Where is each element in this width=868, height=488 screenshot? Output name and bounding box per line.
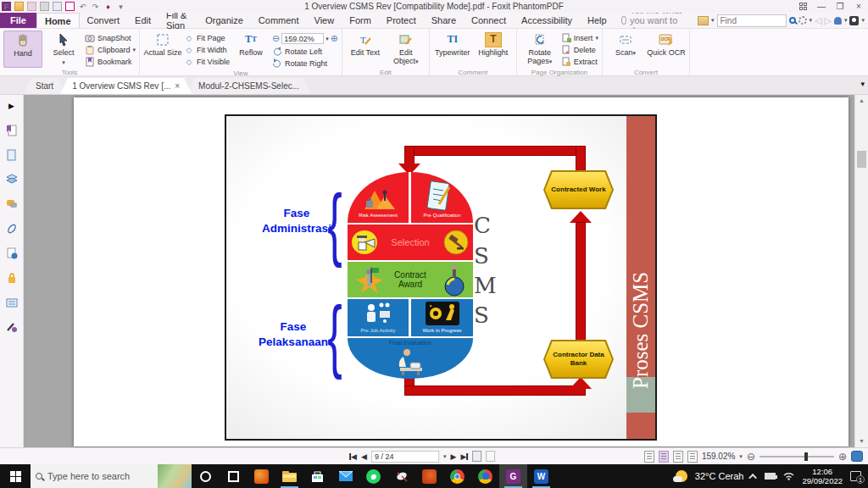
taskbar-word[interactable]: W — [527, 464, 555, 488]
taskbar-mail[interactable] — [331, 464, 359, 488]
stamp-tool-icon[interactable]: ♦ — [103, 2, 113, 11]
taskbar-store[interactable] — [303, 464, 331, 488]
redo-icon[interactable]: ↷ — [91, 2, 100, 11]
assistant-widget-icon[interactable] — [851, 451, 863, 462]
rotate-left-button[interactable]: Rotate Left — [272, 46, 338, 57]
zoom-level-combo[interactable] — [281, 33, 324, 44]
hand-tool-button[interactable]: Hand — [3, 30, 42, 68]
tray-expand-icon[interactable] — [749, 473, 758, 481]
scroll-down-icon[interactable]: ▼ — [855, 435, 868, 447]
scrollbar-thumb[interactable] — [857, 151, 866, 168]
customize-qat-icon[interactable]: ▾ — [116, 2, 125, 11]
pages-panel-icon[interactable] — [5, 148, 19, 162]
find-input[interactable] — [717, 14, 787, 27]
edit-object-button[interactable]: Edit Object▾ — [387, 30, 426, 68]
zoom-dropdown-icon[interactable]: ▾ — [326, 36, 329, 42]
status-zoom-out-icon[interactable]: ⊖ — [747, 451, 755, 463]
zoom-slider[interactable] — [760, 456, 834, 458]
taskbar-office[interactable] — [248, 464, 275, 488]
zoom-slider-thumb[interactable] — [804, 452, 808, 461]
account-dropdown-icon[interactable]: ▾ — [861, 17, 865, 24]
gear-dropdown-icon[interactable]: ▾ — [810, 17, 813, 24]
document-view[interactable]: Risk Assessment Pre Qualification Select… — [24, 95, 854, 447]
tab-overflow-icon[interactable]: ▾ — [860, 80, 865, 88]
close-tab-icon[interactable]: × — [175, 81, 180, 91]
close-button[interactable]: × — [849, 0, 868, 13]
first-page-button[interactable]: ◀ — [349, 452, 357, 461]
reflow-button[interactable]: TT Reflow — [231, 30, 270, 68]
network-icon[interactable] — [783, 471, 794, 482]
taskbar-chrome-profile[interactable] — [471, 464, 499, 488]
scroll-up-icon[interactable]: ▲ — [855, 95, 868, 107]
weather-label[interactable]: 32°C Cerah — [695, 471, 744, 481]
search-scope-dropdown-icon[interactable]: ▾ — [711, 17, 715, 24]
tab-help[interactable]: Help — [580, 13, 615, 28]
layers-panel-icon[interactable] — [5, 173, 19, 186]
fit-width-button[interactable]: ◇Fit Width — [184, 44, 230, 55]
taskbar-app-dish[interactable] — [387, 464, 415, 488]
continuous-view-icon[interactable] — [659, 451, 669, 463]
delete-pages-button[interactable]: ×Delete — [561, 44, 598, 55]
search-highlight-image[interactable] — [158, 464, 192, 488]
status-zoom-in-icon[interactable]: ⊕ — [838, 451, 847, 463]
start-button[interactable] — [0, 464, 31, 488]
taskbar-file-explorer[interactable] — [275, 464, 303, 488]
select-tool-button[interactable]: Select ▾ — [44, 30, 83, 68]
battery-icon[interactable] — [765, 473, 776, 480]
taskbar-search-box[interactable]: Type here to search — [31, 464, 192, 488]
search-folder-icon[interactable] — [698, 16, 709, 25]
tab-fill-sign[interactable]: Fill & Sign — [159, 13, 198, 28]
rotate-right-button[interactable]: Rotate Right — [272, 58, 338, 69]
ui-layout-icon[interactable] — [793, 0, 812, 13]
fit-visible-button[interactable]: ◇Fit Visible — [184, 56, 230, 67]
rotate-pages-button[interactable]: Rotate Pages▾ — [520, 30, 559, 68]
continuous-facing-view-icon[interactable] — [687, 451, 698, 463]
page-dropdown-icon[interactable]: ▾ — [443, 453, 447, 460]
taskbar-cortana[interactable] — [192, 464, 220, 488]
tab-connect[interactable]: Connect — [464, 13, 514, 28]
extract-pages-button[interactable]: Extract — [561, 56, 598, 67]
minimize-button[interactable]: — — [812, 0, 831, 13]
fit-page-button[interactable]: ◇Fit Page — [184, 32, 230, 43]
page-number-input[interactable] — [371, 451, 439, 463]
fields-panel-icon[interactable] — [5, 296, 19, 309]
view-mode-icon[interactable] — [53, 2, 62, 11]
create-pdf-icon[interactable] — [65, 2, 75, 11]
comments-panel-icon[interactable] — [5, 197, 19, 211]
clock[interactable]: 12:0629/09/2022 — [802, 467, 843, 486]
tab-share[interactable]: Share — [424, 13, 464, 28]
taskbar-task-view[interactable] — [220, 464, 248, 488]
taskbar-chrome[interactable] — [443, 464, 471, 488]
save-icon[interactable] — [27, 2, 36, 11]
tab-view[interactable]: View — [307, 13, 342, 28]
previous-view-icon[interactable] — [472, 451, 481, 462]
insert-pages-button[interactable]: Insert▾ — [561, 32, 598, 43]
status-zoom-dropdown-icon[interactable]: ▾ — [739, 453, 743, 460]
tell-me-box[interactable]: Tell me what you want to do... — [621, 13, 698, 28]
highlight-button[interactable]: T Highlight — [474, 30, 513, 68]
print-icon[interactable] — [40, 2, 49, 11]
scan-button[interactable]: Scan▾ — [606, 30, 645, 68]
signatures-panel-icon[interactable] — [5, 247, 19, 260]
account-avatar[interactable] — [849, 16, 859, 25]
tab-protect[interactable]: Protect — [379, 13, 424, 28]
history-back-icon[interactable]: ◁ — [815, 15, 821, 26]
zoom-in-icon[interactable]: ⊕ — [331, 33, 338, 44]
history-forward-icon[interactable]: ▷ — [825, 15, 832, 26]
next-view-icon[interactable] — [486, 451, 495, 462]
security-panel-icon[interactable] — [5, 271, 19, 285]
tab-accessibility[interactable]: Accessibility — [514, 13, 580, 28]
find-search-icon[interactable] — [789, 17, 796, 24]
digital-signature-panel-icon[interactable] — [5, 320, 19, 334]
attachments-panel-icon[interactable] — [5, 222, 19, 236]
taskbar-office-app[interactable] — [415, 464, 443, 488]
tab-convert[interactable]: Convert — [80, 13, 128, 28]
snapshot-button[interactable]: SnapShot — [85, 32, 136, 43]
edit-text-button[interactable]: T Edit Text — [346, 30, 385, 68]
vertical-scrollbar[interactable]: ▲ ▼ — [854, 95, 868, 447]
bookmarks-panel-icon[interactable] — [5, 124, 19, 137]
single-page-view-icon[interactable] — [644, 451, 654, 463]
facing-view-icon[interactable] — [673, 451, 683, 463]
weather-icon[interactable] — [676, 470, 687, 482]
foxit-logo-icon[interactable]: F — [2, 2, 11, 11]
